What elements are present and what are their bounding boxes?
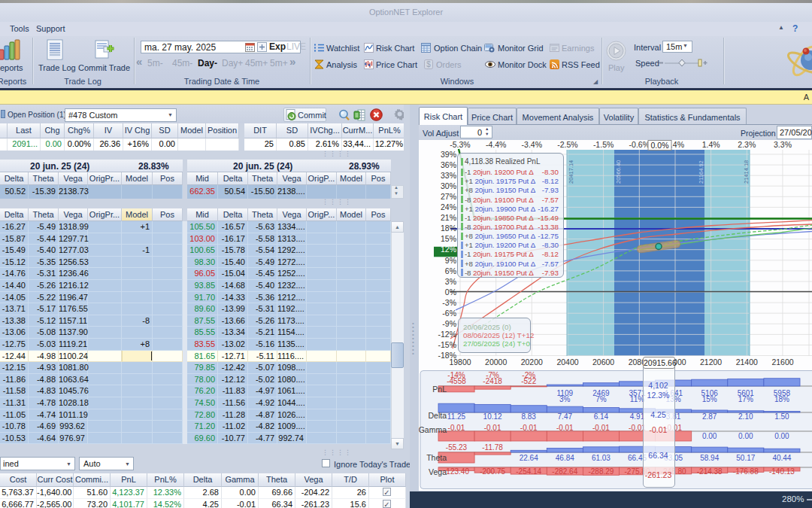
svg-text:18%: 18% bbox=[774, 395, 789, 403]
svg-text:46.84: 46.84 bbox=[556, 454, 574, 462]
svg-text:0%: 0% bbox=[445, 287, 456, 297]
svg-text:21600: 21600 bbox=[771, 357, 793, 367]
svg-text:3.3%: 3.3% bbox=[774, 140, 792, 149]
svg-text:-0.01: -0.01 bbox=[520, 424, 538, 432]
svg-text:21200: 21200 bbox=[700, 357, 722, 367]
svg-text:-1.5%: -1.5% bbox=[593, 140, 614, 149]
svg-text:0.0%: 0.0% bbox=[651, 141, 669, 150]
svg-text:-55.23: -55.23 bbox=[446, 443, 468, 452]
svg-text:21400: 21400 bbox=[736, 357, 758, 367]
svg-text:2.10: 2.10 bbox=[738, 412, 753, 421]
svg-text:3%: 3% bbox=[445, 277, 456, 286]
svg-text:-3.4%: -3.4% bbox=[522, 140, 542, 149]
svg-text:12%: 12% bbox=[441, 245, 456, 254]
svg-text:39%: 39% bbox=[441, 150, 456, 159]
svg-text:-5.3%: -5.3% bbox=[450, 140, 470, 149]
svg-text:$: $ bbox=[426, 60, 431, 68]
svg-text:9%: 9% bbox=[445, 256, 456, 265]
svg-text:-6%: -6% bbox=[442, 309, 456, 318]
svg-text:-140.13: -140.13 bbox=[769, 467, 795, 476]
svg-text:27%: 27% bbox=[441, 192, 456, 201]
svg-text:24%: 24% bbox=[441, 202, 456, 211]
svg-text:-4558: -4558 bbox=[447, 377, 466, 385]
svg-text:-282.64: -282.64 bbox=[552, 467, 577, 476]
svg-text:40.44: 40.44 bbox=[772, 454, 791, 462]
svg-text:19800: 19800 bbox=[449, 357, 471, 367]
svg-text:6%: 6% bbox=[445, 266, 456, 275]
svg-text:-288.29: -288.29 bbox=[588, 467, 614, 476]
svg-text:-200.75: -200.75 bbox=[480, 467, 505, 476]
svg-text:0.00: 0.00 bbox=[738, 432, 753, 440]
svg-text:11.25: 11.25 bbox=[447, 412, 466, 421]
svg-text:50.17: 50.17 bbox=[736, 454, 755, 462]
svg-text:7.47: 7.47 bbox=[558, 412, 573, 421]
svg-text:-4.4%: -4.4% bbox=[486, 140, 506, 149]
svg-text:15%: 15% bbox=[441, 234, 456, 243]
svg-text:-11.78: -11.78 bbox=[482, 443, 503, 452]
svg-text:-522: -522 bbox=[521, 377, 536, 385]
svg-text:-15%: -15% bbox=[438, 340, 456, 349]
svg-text:18%: 18% bbox=[441, 224, 456, 233]
svg-text:22.64: 22.64 bbox=[520, 454, 538, 462]
svg-text:2.3%: 2.3% bbox=[738, 140, 756, 149]
svg-text:Theta: Theta bbox=[426, 453, 447, 462]
svg-text:6.14: 6.14 bbox=[594, 412, 609, 421]
svg-text:-3%: -3% bbox=[442, 298, 456, 307]
svg-text:20200: 20200 bbox=[521, 357, 543, 367]
svg-text:-0.6%: -0.6% bbox=[629, 140, 650, 149]
svg-text:33%: 33% bbox=[441, 171, 456, 180]
svg-text:0.00: 0.00 bbox=[774, 432, 789, 440]
svg-text:0.00: 0.00 bbox=[702, 432, 717, 440]
svg-text:-0.01: -0.01 bbox=[484, 424, 501, 432]
svg-text:20000: 20000 bbox=[485, 357, 507, 367]
svg-text:-176.88: -176.88 bbox=[733, 467, 759, 476]
svg-text:1.4%: 1.4% bbox=[702, 140, 720, 149]
svg-text:-214.38: -214.38 bbox=[697, 467, 723, 476]
svg-text:61.03: 61.03 bbox=[592, 454, 611, 462]
svg-text:20566.40: 20566.40 bbox=[615, 160, 622, 184]
svg-text:15%: 15% bbox=[702, 395, 717, 403]
svg-text:36%: 36% bbox=[441, 160, 456, 169]
svg-text:3%: 3% bbox=[559, 395, 571, 403]
svg-text:1.50: 1.50 bbox=[774, 412, 789, 421]
svg-text:21164.92: 21164.92 bbox=[698, 160, 704, 184]
svg-text:-9%: -9% bbox=[442, 319, 456, 328]
svg-text:-12%: -12% bbox=[438, 330, 456, 339]
svg-text:58.94: 58.94 bbox=[700, 454, 719, 462]
svg-text:-123.40: -123.40 bbox=[444, 467, 469, 476]
svg-text:PnL: PnL bbox=[432, 385, 447, 394]
svg-text:-254.14: -254.14 bbox=[516, 467, 541, 476]
svg-text:-0.01: -0.01 bbox=[448, 424, 465, 432]
svg-text:Delta: Delta bbox=[428, 411, 447, 420]
svg-text:20400: 20400 bbox=[556, 357, 578, 367]
svg-text:Gamma: Gamma bbox=[419, 425, 447, 434]
svg-text:30%: 30% bbox=[441, 181, 456, 190]
svg-text:7%: 7% bbox=[595, 395, 607, 403]
svg-text:8.83: 8.83 bbox=[521, 412, 536, 421]
svg-text:2.87: 2.87 bbox=[702, 412, 717, 421]
svg-text:10.12: 10.12 bbox=[483, 412, 502, 421]
svg-text:-0.01: -0.01 bbox=[556, 424, 574, 432]
svg-text:17%: 17% bbox=[738, 395, 753, 403]
svg-text:20600: 20600 bbox=[592, 357, 614, 367]
svg-text:21%: 21% bbox=[441, 213, 456, 222]
svg-text:20417.14: 20417.14 bbox=[568, 160, 574, 184]
svg-text:-2.5%: -2.5% bbox=[557, 140, 577, 149]
svg-text:-2418: -2418 bbox=[483, 377, 502, 385]
svg-text:-0.01: -0.01 bbox=[592, 424, 610, 432]
svg-text:21414.18: 21414.18 bbox=[743, 160, 750, 184]
